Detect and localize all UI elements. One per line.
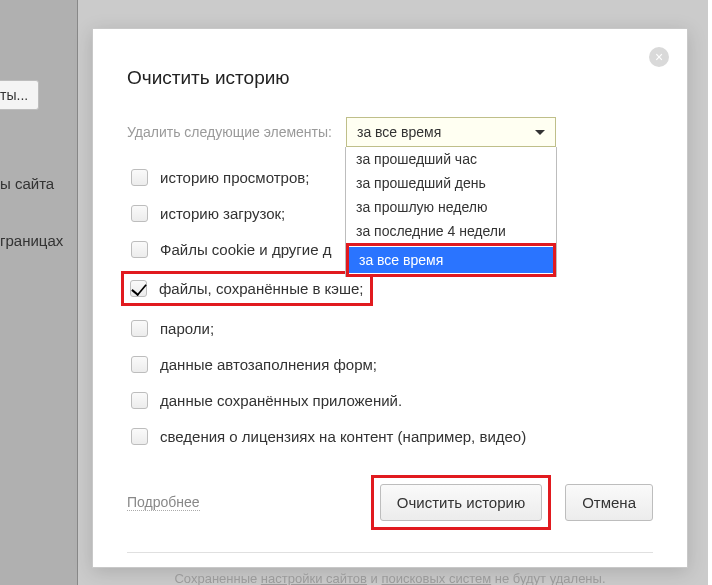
search-engines-link[interactable]: поисковых систем — [381, 571, 491, 585]
time-range-option[interactable]: за последние 4 недели — [346, 219, 556, 243]
dialog-footer: Подробнее Очистить историю Отмена — [127, 475, 653, 530]
item-label: Файлы cookie и другие д — [160, 241, 331, 258]
checkbox[interactable] — [131, 169, 148, 186]
item-label: данные сохранённых приложений. — [160, 392, 402, 409]
time-range-option[interactable]: за прошедший час — [346, 147, 556, 171]
item-label: сведения о лицензиях на контент (наприме… — [160, 428, 526, 445]
close-icon[interactable]: × — [649, 47, 669, 67]
more-link[interactable]: Подробнее — [127, 494, 200, 511]
fonts-button-partial[interactable]: ифты... — [0, 80, 39, 110]
item-label: историю просмотров; — [160, 169, 309, 186]
item-cached-files[interactable]: файлы, сохранённые в кэше; — [121, 271, 373, 306]
checkbox[interactable] — [130, 280, 147, 297]
time-range-option-all-highlight: за все время — [346, 243, 556, 277]
time-range-option[interactable]: за все время — [349, 247, 553, 273]
chevron-down-icon — [535, 130, 545, 135]
checkbox[interactable] — [131, 205, 148, 222]
item-label: историю загрузок; — [160, 205, 285, 222]
clear-history-dialog: × Очистить историю Удалить следующие эле… — [92, 28, 688, 568]
item-label: данные автозаполнения форм; — [160, 356, 377, 373]
checkbox[interactable] — [131, 428, 148, 445]
time-range-value: за все время — [357, 124, 441, 140]
dialog-title: Очистить историю — [127, 67, 653, 89]
dialog-footnote: Сохраненные настройки сайтов и поисковых… — [127, 552, 653, 585]
checkbox[interactable] — [131, 392, 148, 409]
item-label: файлы, сохранённые в кэше; — [159, 280, 364, 297]
time-range-label: Удалить следующие элементы: — [127, 124, 332, 140]
site-settings-link[interactable]: настройки сайтов — [261, 571, 367, 585]
item-licenses[interactable]: сведения о лицензиях на контент (наприме… — [127, 426, 653, 447]
item-app-data[interactable]: данные сохранённых приложений. — [127, 390, 653, 411]
time-range-select[interactable]: за все время за прошедший час за прошедш… — [346, 117, 556, 147]
clear-history-button[interactable]: Очистить историю — [380, 484, 542, 521]
cancel-button[interactable]: Отмена — [565, 484, 653, 521]
checkbox[interactable] — [131, 356, 148, 373]
item-label: пароли; — [160, 320, 214, 337]
time-range-dropdown: за прошедший час за прошедший день за пр… — [345, 147, 557, 277]
time-range-selected[interactable]: за все время — [346, 117, 556, 147]
checkbox[interactable] — [131, 241, 148, 258]
settings-sidebar-bg: ифты... ы сайта границах — [0, 0, 78, 585]
pages-label-partial: границах — [0, 232, 63, 249]
time-range-option[interactable]: за прошедший день — [346, 171, 556, 195]
item-autofill[interactable]: данные автозаполнения форм; — [127, 354, 653, 375]
item-passwords[interactable]: пароли; — [127, 318, 653, 339]
checkbox[interactable] — [131, 320, 148, 337]
site-settings-label-partial: ы сайта — [0, 175, 54, 192]
clear-button-highlight: Очистить историю — [371, 475, 551, 530]
time-range-row: Удалить следующие элементы: за все время… — [127, 117, 653, 147]
time-range-option[interactable]: за прошлую неделю — [346, 195, 556, 219]
